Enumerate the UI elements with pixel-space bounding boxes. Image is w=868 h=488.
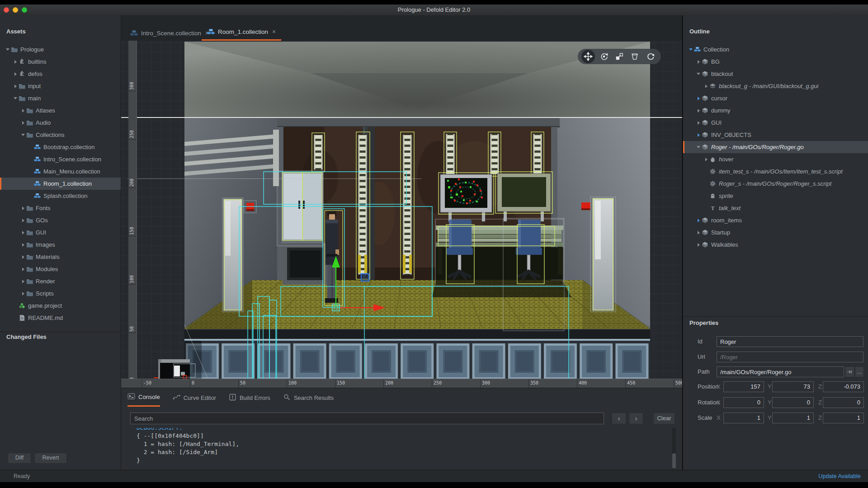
tree-item-splash-collection[interactable]: Splash.collection bbox=[0, 190, 121, 202]
tree-item-game-project[interactable]: game.project bbox=[0, 300, 121, 312]
tree-item-inv-objects[interactable]: INV_OBJECTS bbox=[683, 129, 868, 141]
console-tab-console[interactable]: Console bbox=[127, 393, 160, 407]
scale-z-field[interactable]: 1 bbox=[823, 413, 864, 423]
tab-intro-scene-collection[interactable]: Intro_Scene.collection × bbox=[125, 25, 214, 41]
tree-item-item-test-s-main-gos-item-item-test-s-sc[interactable]: item_test_s - /main/GOs/Item/item_test_s… bbox=[683, 165, 868, 178]
tree-item-room-items[interactable]: room_items bbox=[683, 214, 868, 226]
tree-item-builtins[interactable]: builtins bbox=[0, 56, 121, 68]
console-search-input[interactable] bbox=[130, 413, 604, 424]
glass-panel-left[interactable] bbox=[223, 199, 242, 311]
update-available-link[interactable]: Update Available bbox=[818, 470, 861, 482]
scene-viewport[interactable]: 300250200150100500 -50050100150200250300… bbox=[121, 41, 682, 388]
search-next-button[interactable]: › bbox=[629, 413, 643, 424]
position-z-field[interactable]: -0.073 bbox=[823, 381, 864, 392]
expand-arrow[interactable] bbox=[20, 255, 26, 259]
scale-tool-button[interactable] bbox=[613, 50, 626, 63]
expand-arrow[interactable] bbox=[695, 73, 702, 75]
tree-item-blackout[interactable]: blackout bbox=[683, 68, 868, 80]
console-tab-curve-editor[interactable]: Curve Editor bbox=[173, 393, 216, 407]
expand-arrow[interactable] bbox=[20, 292, 26, 296]
tree-item-input[interactable]: input bbox=[0, 80, 121, 92]
expand-arrow[interactable] bbox=[703, 158, 709, 161]
move-tool-button[interactable] bbox=[581, 50, 595, 63]
position-y-field[interactable]: 73 bbox=[772, 381, 814, 392]
revert-button[interactable]: Revert bbox=[34, 453, 67, 464]
search-prev-button[interactable]: ‹ bbox=[612, 413, 626, 424]
tree-item-render[interactable]: Render bbox=[0, 275, 121, 287]
expand-arrow[interactable] bbox=[695, 109, 702, 113]
tree-item-collections[interactable]: Collections bbox=[0, 129, 121, 141]
console-scrollbar[interactable] bbox=[672, 428, 676, 469]
expand-arrow[interactable] bbox=[20, 243, 26, 247]
diff-button[interactable]: Diff bbox=[8, 453, 31, 464]
tree-item-walkables[interactable]: Walkables bbox=[683, 239, 868, 251]
tree-item-images[interactable]: Images bbox=[0, 239, 121, 251]
tree-item-collection[interactable]: Collection bbox=[683, 43, 868, 56]
rotation-z-field[interactable]: 0 bbox=[823, 397, 864, 408]
refresh-tool-button[interactable] bbox=[644, 50, 657, 63]
expand-arrow[interactable] bbox=[695, 146, 702, 148]
tree-item-prologue[interactable]: Prologue bbox=[0, 43, 121, 56]
expand-arrow[interactable] bbox=[695, 121, 702, 125]
expand-arrow[interactable] bbox=[20, 267, 26, 271]
frustum-tool-button[interactable] bbox=[628, 50, 642, 63]
rotate-tool-button[interactable] bbox=[597, 50, 611, 63]
expand-arrow[interactable] bbox=[688, 48, 694, 51]
tree-item-main-menu-collection[interactable]: Main_Menu.collection bbox=[0, 165, 121, 178]
expand-arrow[interactable] bbox=[695, 231, 702, 235]
expand-arrow[interactable] bbox=[20, 280, 26, 283]
tree-item-modules[interactable]: Modules bbox=[0, 263, 121, 275]
expand-arrow[interactable] bbox=[703, 84, 709, 88]
tree-item-roger-main-gos-roger-roger-go[interactable]: Roger - /main/GOs/Roger/Roger.go bbox=[683, 141, 868, 153]
glass-panel-right[interactable] bbox=[592, 198, 614, 311]
tree-item-audio[interactable]: Audio bbox=[0, 117, 121, 129]
scene-room-image[interactable] bbox=[184, 42, 650, 382]
tree-item-dummy[interactable]: dummy bbox=[683, 104, 868, 117]
expand-arrow[interactable] bbox=[12, 60, 19, 64]
console-output[interactable]: DEBUG:SCRIPT:{ --[[0x10f404bc0]] 1 = has… bbox=[137, 428, 669, 469]
tab-room-1-collection[interactable]: Room_1.collection × bbox=[202, 24, 281, 41]
tree-item-roger-s-main-gos-roger-roger-s-script[interactable]: Roger_s - /main/GOs/Roger/Roger_s.script bbox=[683, 178, 868, 190]
expand-arrow[interactable] bbox=[20, 206, 26, 210]
browse-resource-button[interactable]: ... bbox=[855, 366, 864, 377]
tree-item-gui[interactable]: GUI bbox=[683, 117, 868, 129]
close-tab-icon[interactable]: × bbox=[272, 28, 276, 35]
id-field[interactable] bbox=[717, 336, 863, 347]
tree-item-bg[interactable]: BG bbox=[683, 56, 868, 68]
path-field[interactable] bbox=[717, 366, 844, 377]
expand-arrow[interactable] bbox=[20, 219, 26, 222]
tree-item-scripts[interactable]: Scripts bbox=[0, 287, 121, 300]
expand-arrow[interactable] bbox=[5, 48, 11, 51]
scale-x-field[interactable]: 1 bbox=[723, 413, 764, 423]
tv-monitor[interactable] bbox=[283, 243, 328, 285]
expand-arrow[interactable] bbox=[20, 109, 26, 113]
scene-origin-object[interactable] bbox=[158, 359, 196, 379]
rotation-x-field[interactable]: 0 bbox=[723, 397, 764, 408]
expand-arrow[interactable] bbox=[20, 121, 26, 125]
expand-arrow[interactable] bbox=[695, 60, 702, 64]
tree-item-bootstrap-collection[interactable]: Bootstrap.collection bbox=[0, 141, 121, 153]
tree-item-intro-scene-collection[interactable]: Intro_Scene.collection bbox=[0, 153, 121, 165]
expand-arrow[interactable] bbox=[695, 133, 702, 137]
expand-arrow[interactable] bbox=[12, 97, 19, 99]
radar-screen[interactable] bbox=[439, 173, 494, 221]
tree-item-hover[interactable]: hover bbox=[683, 153, 868, 165]
console-tab-search-results[interactable]: Search Results bbox=[283, 393, 334, 407]
tree-item-blackout-g-main-gui-blackout-g-gui[interactable]: blackout_g - /main/GUI/blackout_g.gui bbox=[683, 80, 868, 92]
expand-arrow[interactable] bbox=[695, 97, 702, 100]
console-tab-build-errors[interactable]: Build Errors bbox=[229, 393, 270, 407]
tree-item-cursor[interactable]: cursor bbox=[683, 92, 868, 104]
expand-arrow[interactable] bbox=[12, 84, 19, 88]
tree-item-readme-md[interactable]: README.md bbox=[0, 312, 121, 324]
clear-console-button[interactable]: Clear bbox=[653, 413, 675, 424]
tree-item-room-1-collection[interactable]: Room_1.collection bbox=[0, 178, 121, 190]
goto-resource-button[interactable] bbox=[845, 366, 854, 377]
tree-item-startup[interactable]: Startup bbox=[683, 226, 868, 239]
tree-item-talk-text[interactable]: Ttalk_text bbox=[683, 202, 868, 214]
expand-arrow[interactable] bbox=[20, 231, 26, 235]
position-x-field[interactable]: 157 bbox=[723, 381, 764, 392]
tree-item-atlases[interactable]: Atlases bbox=[0, 104, 121, 117]
expand-arrow[interactable] bbox=[20, 134, 26, 136]
expand-arrow[interactable] bbox=[12, 72, 19, 76]
tree-item-fonts[interactable]: Fonts bbox=[0, 202, 121, 214]
